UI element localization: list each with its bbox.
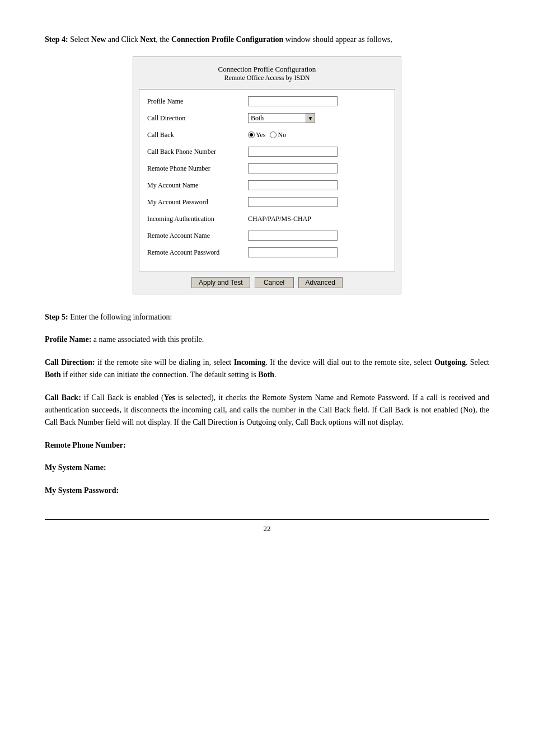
- input-account-name[interactable]: [248, 180, 338, 190]
- input-profile-name[interactable]: [248, 96, 338, 106]
- radio-group-call-back: Yes No: [248, 131, 286, 139]
- radio-yes-circle[interactable]: [248, 132, 255, 138]
- dialog-form-area: Profile Name Call Direction Both ▼ Call …: [139, 89, 395, 271]
- select-call-direction[interactable]: Both ▼: [248, 113, 315, 123]
- para-call-back: Call Back: if Call Back is enabled (Yes …: [45, 392, 489, 429]
- para-my-system-name: My System Name:: [45, 462, 489, 474]
- label-call-direction: Call Direction: [147, 114, 248, 123]
- label-callback-phone: Call Back Phone Number: [147, 148, 248, 156]
- label-remote-account-name: Remote Account Name: [147, 232, 248, 240]
- cancel-button[interactable]: Cancel: [255, 277, 294, 288]
- label-remote-phone: Remote Phone Number: [147, 165, 248, 173]
- select-arrow-icon[interactable]: ▼: [306, 114, 315, 123]
- para-profile-name-bold: Profile Name:: [45, 335, 91, 344]
- step5-paragraph: Step 5: Enter the following information:: [45, 311, 489, 323]
- dialog-title-sub: Remote Office Access by ISDN: [133, 74, 401, 82]
- para-profile-name-text: a name associated with this profile.: [91, 335, 204, 344]
- radio-yes[interactable]: Yes: [248, 131, 265, 139]
- para-call-direction: Call Direction: if the remote site will …: [45, 356, 489, 382]
- step4-body: Select New and Click Next, the Connectio…: [68, 35, 392, 44]
- select-call-direction-value: Both: [249, 114, 306, 123]
- form-row-callback-phone: Call Back Phone Number: [147, 145, 387, 158]
- form-row-account-password: My Account Password: [147, 196, 387, 208]
- input-remote-account-password[interactable]: [248, 247, 338, 257]
- label-call-back: Call Back: [147, 131, 248, 139]
- step4-label: Step 4:: [45, 35, 68, 44]
- step5-label: Step 5:: [45, 313, 68, 321]
- para-call-back-text: if Call Back is enabled (Yes is selected…: [45, 393, 489, 427]
- input-remote-account-name[interactable]: [248, 231, 338, 241]
- value-incoming-auth: CHAP/PAP/MS-CHAP: [248, 215, 311, 223]
- form-row-incoming-auth: Incoming Authentication CHAP/PAP/MS-CHAP: [147, 213, 387, 225]
- para-profile-name: Profile Name: a name associated with thi…: [45, 334, 489, 346]
- form-row-remote-account-name: Remote Account Name: [147, 229, 387, 242]
- form-row-remote-phone: Remote Phone Number: [147, 162, 387, 175]
- dialog-wrapper: Connection Profile Configuration Remote …: [45, 57, 489, 294]
- label-profile-name: Profile Name: [147, 97, 248, 106]
- apply-test-button[interactable]: Apply and Test: [191, 277, 250, 288]
- para-my-system-name-bold: My System Name:: [45, 463, 106, 472]
- label-remote-account-password: Remote Account Password: [147, 248, 248, 257]
- para-my-system-password: My System Password:: [45, 485, 489, 497]
- radio-no-label: No: [278, 131, 286, 139]
- input-account-password[interactable]: [248, 197, 338, 207]
- label-account-password: My Account Password: [147, 198, 248, 206]
- form-row-profile-name: Profile Name: [147, 95, 387, 107]
- dialog-box: Connection Profile Configuration Remote …: [133, 57, 401, 294]
- page-number: 22: [45, 519, 489, 533]
- input-callback-phone[interactable]: [248, 147, 338, 157]
- label-account-name: My Account Name: [147, 181, 248, 190]
- radio-yes-label: Yes: [256, 131, 265, 139]
- radio-no-circle[interactable]: [270, 132, 277, 138]
- label-incoming-auth: Incoming Authentication: [147, 215, 248, 223]
- para-my-system-password-bold: My System Password:: [45, 486, 119, 495]
- para-call-back-bold: Call Back:: [45, 393, 81, 402]
- dialog-title-area: Connection Profile Configuration Remote …: [133, 63, 401, 84]
- dialog-title-main: Connection Profile Configuration: [133, 65, 401, 74]
- para-call-direction-bold: Call Direction:: [45, 358, 95, 367]
- form-row-account-name: My Account Name: [147, 179, 387, 191]
- input-remote-phone[interactable]: [248, 163, 338, 173]
- step4-paragraph: Step 4: Select New and Click Next, the C…: [45, 34, 489, 45]
- form-row-remote-account-password: Remote Account Password: [147, 246, 387, 259]
- para-remote-phone: Remote Phone Number:: [45, 439, 489, 452]
- step5-body: Enter the following information:: [68, 313, 172, 321]
- form-row-call-back: Call Back Yes No: [147, 129, 387, 141]
- advanced-button[interactable]: Advanced: [298, 277, 343, 288]
- para-remote-phone-bold: Remote Phone Number:: [45, 441, 126, 449]
- radio-no[interactable]: No: [270, 131, 286, 139]
- form-row-call-direction: Call Direction Both ▼: [147, 112, 387, 124]
- page-content: Step 4: Select New and Click Next, the C…: [45, 34, 489, 533]
- dialog-buttons: Apply and Test Cancel Advanced: [133, 271, 401, 294]
- para-call-direction-text: if the remote site will be dialing in, s…: [45, 358, 489, 379]
